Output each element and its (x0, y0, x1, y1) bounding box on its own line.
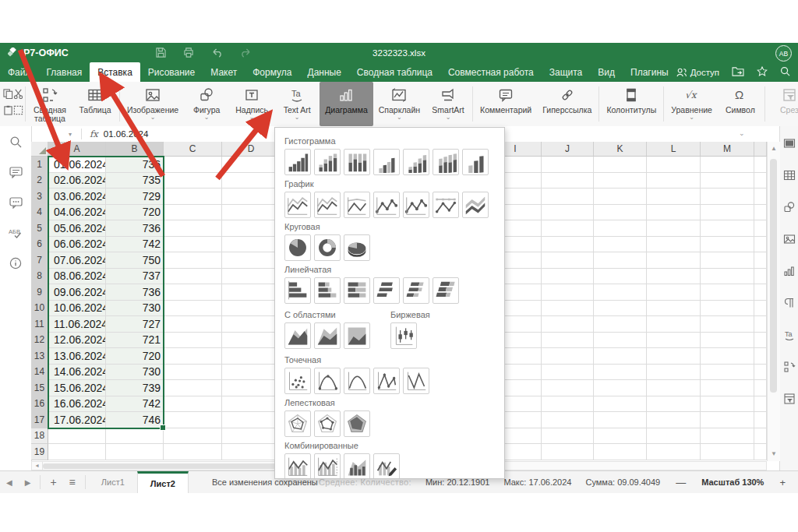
cell-C8[interactable] (164, 269, 222, 285)
redo-button[interactable] (240, 48, 252, 58)
cell-K18[interactable] (594, 428, 647, 445)
cell-K19[interactable] (594, 444, 647, 460)
sheet-nav-next-icon[interactable]: ▶ (19, 471, 37, 493)
cell-D10[interactable] (222, 301, 281, 317)
cell-J19[interactable] (542, 444, 594, 460)
cell-A6[interactable]: 06.06.2024 (48, 237, 106, 253)
paste-button[interactable] (3, 104, 13, 118)
cell-J1[interactable] (542, 157, 594, 173)
chart-type-column-3d[interactable] (462, 149, 489, 175)
cell-K8[interactable] (594, 269, 647, 285)
cell-L12[interactable] (647, 333, 701, 349)
cell-x8[interactable] (754, 269, 767, 285)
cell-K13[interactable] (594, 348, 647, 365)
cell-C18[interactable] (164, 428, 222, 445)
menu-tab-рисование[interactable]: Рисование (140, 62, 203, 82)
table-settings-icon[interactable] (783, 169, 796, 185)
cell-B17[interactable]: 746 (106, 412, 164, 428)
row-header-16[interactable]: 16 (31, 396, 48, 413)
cell-J4[interactable] (542, 205, 594, 221)
chart-type-stacked-bar-3d[interactable] (403, 277, 429, 304)
cell-J11[interactable] (542, 316, 594, 333)
cell-K3[interactable] (594, 188, 647, 205)
scroll-left-icon[interactable]: ◂ (32, 462, 43, 470)
scroll-up-icon[interactable]: ▲ (768, 143, 780, 154)
cell-C13[interactable] (164, 348, 222, 365)
chat-panel-icon[interactable] (9, 197, 23, 209)
chart-type-clustered-column[interactable] (284, 149, 311, 175)
hyperlink-button[interactable]: Гиперссылка (537, 82, 597, 126)
cell-L10[interactable] (647, 301, 701, 317)
cell-x10[interactable] (754, 301, 767, 317)
chart-type-area[interactable] (284, 322, 311, 349)
cell-A15[interactable]: 15.06.2024 (48, 380, 106, 396)
row-header-18[interactable]: 18 (31, 428, 48, 445)
cell-L1[interactable] (647, 157, 701, 173)
cell-C7[interactable] (164, 252, 222, 269)
menu-tab-файл[interactable]: Файл (0, 62, 39, 82)
chart-type-radar-filled[interactable] (344, 410, 370, 437)
cell-D17[interactable] (222, 412, 281, 428)
cell-J17[interactable] (542, 412, 594, 428)
cell-M16[interactable] (701, 396, 754, 413)
shape-button[interactable]: Фигура⌄ (184, 82, 229, 126)
chart-settings-icon[interactable] (783, 265, 796, 280)
cell-K14[interactable] (594, 365, 647, 381)
chart-type-scatter-lines-markers[interactable] (373, 368, 400, 394)
favorite-button[interactable] (757, 66, 768, 79)
cell-B3[interactable]: 729 (106, 188, 164, 205)
cell-B10[interactable]: 730 (106, 301, 164, 317)
shape-settings-icon[interactable] (783, 201, 796, 217)
row-header-5[interactable]: 5 (31, 220, 48, 237)
chart-type-scatter-smooth-markers[interactable] (314, 368, 341, 394)
cell-J16[interactable] (542, 396, 594, 413)
cell-D11[interactable] (222, 316, 281, 333)
fx-icon[interactable]: fx (90, 129, 98, 139)
cell-D16[interactable] (222, 396, 281, 413)
cell-M8[interactable] (701, 269, 754, 285)
row-header-11[interactable]: 11 (31, 316, 48, 333)
row-header-9[interactable]: 9 (31, 284, 48, 301)
chart-type-combo-clustered-line[interactable] (284, 453, 311, 479)
cell-K9[interactable] (594, 284, 647, 301)
cell-x5[interactable] (754, 220, 767, 237)
cell-J18[interactable] (542, 428, 594, 445)
cell-settings-icon[interactable] (783, 137, 796, 153)
cell-C6[interactable] (164, 237, 222, 253)
info-icon[interactable] (9, 257, 22, 270)
cell-A17[interactable]: 17.06.2024 (48, 412, 106, 428)
copy-button[interactable] (3, 88, 13, 102)
cell-D14[interactable] (222, 365, 281, 381)
cell-J13[interactable] (542, 348, 594, 365)
cell-K10[interactable] (594, 301, 647, 317)
cell-K16[interactable] (594, 396, 647, 413)
column-header-L[interactable]: L (647, 142, 701, 156)
app-logo[interactable]: Р7-ОФИС (0, 48, 125, 58)
sparkline-button[interactable]: Спарклайн⌄ (373, 82, 425, 126)
chart-type-stacked-column-100-3d[interactable] (433, 149, 459, 175)
cell-C14[interactable] (164, 365, 222, 381)
cell-x18[interactable] (754, 428, 767, 445)
cell-K2[interactable] (594, 173, 647, 189)
row-header-12[interactable]: 12 (31, 333, 48, 349)
column-header-M[interactable]: M (701, 142, 754, 156)
row-header-13[interactable]: 13 (31, 348, 48, 365)
cell-M12[interactable] (701, 333, 754, 349)
chart-type-stacked-area[interactable] (314, 322, 341, 349)
cell-D9[interactable] (222, 284, 281, 301)
cell-B15[interactable]: 739 (106, 380, 164, 396)
cell-A19[interactable] (48, 444, 106, 460)
cell-C19[interactable] (164, 444, 222, 460)
scroll-down-icon[interactable]: ▼ (768, 449, 780, 460)
table-button[interactable]: Таблица (72, 82, 118, 126)
cell-A11[interactable]: 11.06.2024 (48, 316, 106, 333)
chart-type-pie[interactable] (284, 234, 311, 261)
chart-type-combo-area-column[interactable] (344, 453, 370, 479)
image-settings-icon[interactable] (783, 233, 796, 248)
cell-D7[interactable] (222, 252, 281, 269)
cell-B4[interactable]: 720 (106, 205, 164, 221)
cell-L9[interactable] (647, 284, 701, 301)
vertical-scrollbar[interactable]: ▲ ▼ (767, 142, 780, 461)
user-avatar[interactable]: AB (775, 45, 792, 62)
cell-A10[interactable]: 10.06.2024 (48, 301, 106, 317)
